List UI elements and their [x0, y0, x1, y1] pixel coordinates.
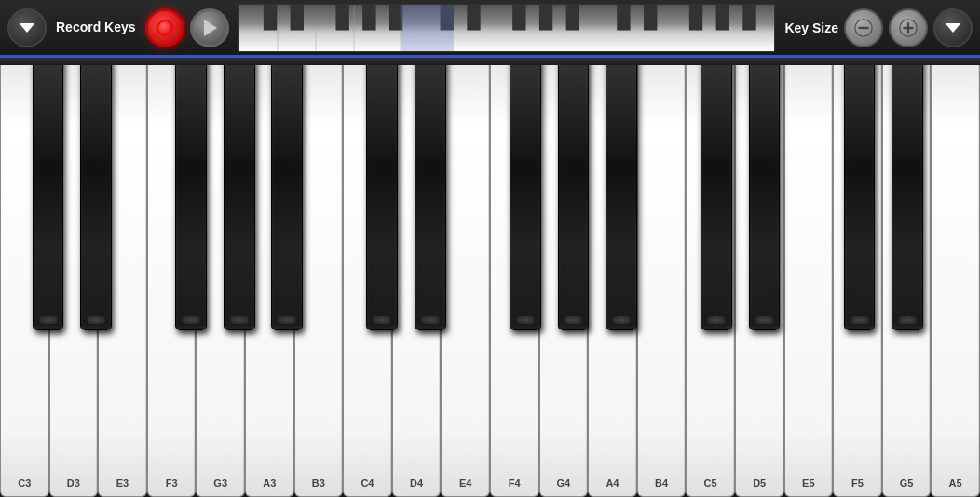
black-key-gsharp5[interactable]: [892, 58, 923, 330]
key-label-d4: D4: [410, 477, 423, 489]
increase-size-button[interactable]: [889, 8, 928, 47]
svg-rect-12: [644, 5, 657, 31]
black-key-dsharp5[interactable]: [749, 58, 781, 330]
key-label-g5: G5: [900, 477, 914, 489]
svg-rect-19: [400, 5, 453, 51]
black-key-dsharp4[interactable]: [415, 58, 446, 330]
key-label-c3: C3: [18, 477, 31, 489]
key-label-b4: B4: [655, 477, 668, 489]
key-label-f5: F5: [851, 477, 864, 489]
svg-rect-3: [335, 5, 348, 31]
white-key-e5[interactable]: E5: [784, 58, 834, 497]
plus-icon: [898, 18, 919, 38]
svg-rect-1: [263, 5, 276, 31]
key-size-dropdown-button[interactable]: [933, 8, 973, 47]
key-label-f3: F3: [166, 477, 178, 489]
key-label-d3: D3: [67, 477, 80, 489]
key-label-g3: G3: [213, 477, 227, 489]
black-key-fsharp4[interactable]: [510, 58, 541, 330]
svg-rect-15: [742, 5, 755, 31]
key-label-a5: A5: [949, 477, 962, 489]
white-key-a5[interactable]: A5: [931, 58, 980, 497]
key-label-e5: E5: [802, 477, 814, 489]
black-key-csharp5[interactable]: [701, 58, 732, 330]
white-keys-row: C3D3E3F3G3A3B3C4D4E4F4G4A4B4C5D5E5F5G5A5: [0, 58, 980, 497]
svg-marker-0: [20, 23, 35, 33]
svg-rect-11: [617, 5, 630, 31]
key-size-label: Key Size: [784, 20, 838, 35]
play-button[interactable]: [190, 8, 229, 47]
piano-top-edge: [0, 58, 980, 65]
black-key-csharp3[interactable]: [33, 58, 64, 330]
piano-keyboard-container: C3D3E3F3G3A3B3C4D4E4F4G4A4B4C5D5E5F5G5A5: [0, 58, 980, 497]
svg-rect-7: [467, 5, 480, 31]
black-key-dsharp3[interactable]: [80, 58, 112, 330]
mini-piano-display: [238, 4, 776, 52]
key-label-g4: G4: [556, 477, 570, 489]
svg-rect-4: [362, 5, 375, 31]
svg-rect-8: [512, 5, 525, 31]
white-key-b4[interactable]: B4: [637, 58, 687, 497]
key-label-b3: B3: [312, 477, 325, 489]
black-key-csharp4[interactable]: [366, 58, 398, 330]
black-key-gsharp4[interactable]: [558, 58, 590, 330]
svg-rect-9: [538, 5, 551, 31]
mini-piano-svg: [239, 5, 775, 51]
key-label-a3: A3: [263, 477, 276, 489]
black-key-fsharp5[interactable]: [844, 58, 876, 330]
mini-piano-visual: [239, 5, 775, 51]
svg-rect-2: [290, 5, 303, 31]
black-key-asharp4[interactable]: [606, 58, 637, 330]
app-header: Record Keys: [0, 0, 980, 58]
white-key-e4[interactable]: E4: [441, 58, 490, 497]
header-right-controls: Key Size: [784, 8, 973, 47]
svg-rect-13: [688, 5, 701, 31]
key-label-c4: C4: [361, 477, 374, 489]
black-key-asharp3[interactable]: [271, 58, 303, 330]
key-label-a4: A4: [606, 477, 619, 489]
decrease-size-button[interactable]: [844, 8, 883, 47]
svg-rect-10: [565, 5, 578, 31]
play-icon: [204, 20, 217, 36]
minus-icon: [853, 18, 874, 38]
svg-marker-25: [946, 23, 961, 33]
menu-dropdown-button[interactable]: [7, 8, 47, 47]
black-key-gsharp3[interactable]: [224, 58, 255, 330]
record-button[interactable]: [145, 8, 184, 47]
header-left-controls: Record Keys: [7, 8, 229, 47]
key-label-d5: D5: [753, 477, 766, 489]
key-label-c5: C5: [704, 477, 717, 489]
key-label-e3: E3: [116, 477, 129, 489]
key-label-e4: E4: [459, 477, 471, 489]
key-label-f4: F4: [509, 477, 521, 489]
record-keys-label: Record Keys: [56, 20, 136, 35]
record-button-inner: [157, 20, 173, 36]
svg-rect-14: [715, 5, 728, 31]
black-key-fsharp3[interactable]: [175, 58, 207, 330]
